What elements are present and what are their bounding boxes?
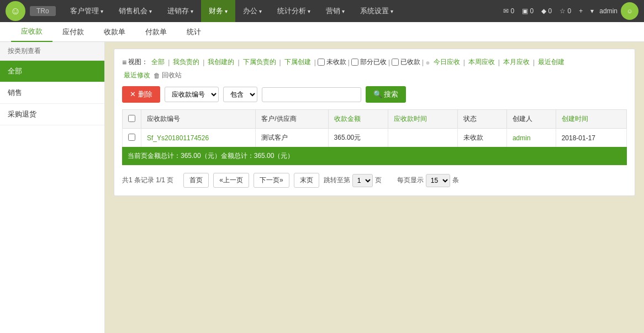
last-page-button[interactable]: 末页 xyxy=(294,173,319,188)
table-row: Sf_Ys201801174526 测试客户 365.00元 未收款 xyxy=(123,129,627,147)
row-id[interactable]: Sf_Ys201801174526 xyxy=(141,129,256,147)
row-customer: 测试客户 xyxy=(256,129,328,147)
tab-payments[interactable]: 付款单 xyxy=(135,22,177,42)
view-link-mine[interactable]: 我负责的 xyxy=(171,57,201,67)
sidebar-item-all[interactable]: 全部 xyxy=(0,61,104,82)
chevron-down-icon[interactable]: ▾ xyxy=(588,6,596,16)
nav-item-finance[interactable]: 财务 ▾ xyxy=(201,0,235,22)
data-table: 应收款编号 客户/供应商 收款金额 应收款时间 状态 xyxy=(122,109,627,147)
tab-statistics[interactable]: 统计 xyxy=(177,22,211,42)
view-link-month[interactable]: 本月应收 xyxy=(502,57,531,67)
table-header-row: 应收款编号 客户/供应商 收款金额 应收款时间 状态 xyxy=(123,110,627,129)
tab-receipts[interactable]: 收款单 xyxy=(94,22,135,42)
per-page-unit: 条 xyxy=(452,176,459,185)
tab-receivables[interactable]: 应收款 xyxy=(11,22,52,42)
col-header-creator: 创建人 xyxy=(506,110,556,129)
view-link-week[interactable]: 本周应收 xyxy=(467,57,497,67)
chevron-down-icon: ▾ xyxy=(149,8,152,14)
mail-icon[interactable]: ✉ 0 xyxy=(501,6,516,16)
sidebar-section-title: 按类别查看 xyxy=(0,42,104,61)
delete-button[interactable]: ✕ 删除 xyxy=(122,86,160,103)
chat-icon[interactable]: ▣ 0 xyxy=(520,6,536,16)
search-button[interactable]: 🔍 搜索 xyxy=(366,86,407,103)
row-checkbox-cell xyxy=(123,129,141,147)
chevron-down-icon: ▾ xyxy=(390,8,393,14)
content-area: ≡ 视图： 全部 | 我负责的 | 我创建的 | 下属负责的 | 下属创建 | … xyxy=(105,42,644,333)
recycle-bin-link[interactable]: 🗑 回收站 xyxy=(154,71,182,80)
filter-field-select[interactable]: 应收款编号 xyxy=(165,87,219,102)
select-all-checkbox[interactable] xyxy=(128,115,135,122)
col-header-status: 状态 xyxy=(458,110,507,129)
view-link-last-modified[interactable]: 最近修改 xyxy=(122,70,152,81)
sidebar-item-purchase-return[interactable]: 采购退货 xyxy=(0,104,104,125)
chevron-down-icon: ▾ xyxy=(191,8,193,14)
view-link-sub-responsible[interactable]: 下属负责的 xyxy=(241,57,278,67)
col-header-amount[interactable]: 收款金额 xyxy=(328,110,388,129)
jump-to: 跳转至第 1 页 xyxy=(324,174,382,187)
chevron-down-icon: ▾ xyxy=(308,8,310,14)
nav-item-inventory[interactable]: 进销存 ▾ xyxy=(160,0,201,22)
first-page-button[interactable]: 首页 xyxy=(183,173,209,188)
row-creator[interactable]: admin xyxy=(506,129,556,147)
col-header-due-date[interactable]: 应收款时间 xyxy=(388,110,458,129)
view-link-sub-created[interactable]: 下属创建 xyxy=(283,57,313,67)
summary-row: 当前页金额总计：365.00（元）金额总计：365.00（元） xyxy=(122,147,627,165)
diamond-icon[interactable]: ◆ 0 xyxy=(539,6,554,16)
nav-item-settings[interactable]: 系统设置 ▾ xyxy=(352,0,401,22)
second-row: 最近修改 🗑 回收站 xyxy=(122,70,627,81)
content-box: ≡ 视图： 全部 | 我负责的 | 我创建的 | 下属负责的 | 下属创建 | … xyxy=(114,49,635,196)
filter-condition-select[interactable]: 包含 xyxy=(223,87,257,102)
sidebar: 按类别查看 全部 销售 采购退货 xyxy=(0,42,105,333)
star-icon[interactable]: ☆ 0 xyxy=(557,6,573,16)
view-bar: ≡ 视图： 全部 | 我负责的 | 我创建的 | 下属负责的 | 下属创建 | … xyxy=(122,57,627,81)
chevron-down-icon: ▾ xyxy=(225,8,228,14)
nav-item-office[interactable]: 办公 ▾ xyxy=(235,0,270,22)
right-icons: ✉ 0 ▣ 0 ◆ 0 ☆ 0 + ▾ admin ☺ xyxy=(501,2,638,20)
view-icon: ≡ xyxy=(122,58,126,67)
jump-unit: 页 xyxy=(375,176,382,185)
view-link-recent-created[interactable]: 最近创建 xyxy=(536,57,566,67)
pagination-info: 共1 条记录 1/1 页 xyxy=(122,176,173,185)
row-created-at: 2018-01-17 xyxy=(556,129,626,147)
username-label: admin xyxy=(599,7,617,15)
view-link-created[interactable]: 我创建的 xyxy=(206,57,236,67)
checkbox-collected[interactable]: 已收款 xyxy=(392,57,420,67)
pagination: 共1 条记录 1/1 页 首页 «上一页 下一页» 末页 跳转至第 1 页 每页… xyxy=(122,173,627,188)
checkbox-uncollected[interactable]: 未收款 xyxy=(318,57,346,67)
search-input[interactable] xyxy=(262,87,361,102)
nav-item-stats[interactable]: 统计分析 ▾ xyxy=(270,0,318,22)
prev-page-button[interactable]: «上一页 xyxy=(213,173,249,188)
per-page: 每页显示 15 条 xyxy=(397,174,459,187)
view-link-today[interactable]: 今日应收 xyxy=(432,57,462,67)
per-page-select[interactable]: 15 xyxy=(426,174,450,187)
row-checkbox[interactable] xyxy=(128,134,135,141)
main-layout: 按类别查看 全部 销售 采购退货 ≡ 视图： 全部 | 我负责的 | 我创建的 … xyxy=(0,42,644,333)
chevron-down-icon: ▾ xyxy=(342,8,345,14)
sidebar-item-sales[interactable]: 销售 xyxy=(0,82,104,104)
toolbar: ✕ 删除 应收款编号 包含 🔍 搜索 xyxy=(122,86,627,103)
view-link-all[interactable]: 全部 xyxy=(150,57,166,67)
nav-item-sales[interactable]: 销售机会 ▾ xyxy=(111,0,160,22)
col-header-id: 应收款编号 xyxy=(141,110,256,129)
app-name: TRo xyxy=(30,6,56,16)
nav-item-marketing[interactable]: 营销 ▾ xyxy=(318,0,352,22)
plus-icon[interactable]: + xyxy=(577,6,585,16)
trash-icon: 🗑 xyxy=(154,72,160,80)
nav-item-customers[interactable]: 客户管理 ▾ xyxy=(62,0,111,22)
logo-icon: ☺ xyxy=(6,1,25,21)
sub-nav: 应收款 应付款 收款单 付款单 统计 xyxy=(0,22,644,42)
row-status: 未收款 xyxy=(458,129,507,147)
jump-page-select[interactable]: 1 xyxy=(352,174,373,187)
col-header-created-at[interactable]: 创建时间 xyxy=(556,110,626,129)
checkbox-partial[interactable]: 部分已收 xyxy=(351,57,387,67)
row-amount: 365.00元 xyxy=(328,129,388,147)
next-page-button[interactable]: 下一页» xyxy=(254,173,289,188)
row-due-date xyxy=(388,129,458,147)
top-nav: ☺ TRo 客户管理 ▾ 销售机会 ▾ 进销存 ▾ 财务 ▾ 办公 ▾ 统计分析… xyxy=(0,0,644,22)
nav-items: 客户管理 ▾ 销售机会 ▾ 进销存 ▾ 财务 ▾ 办公 ▾ 统计分析 ▾ 营销 … xyxy=(62,0,502,22)
col-header-customer: 客户/供应商 xyxy=(256,110,328,129)
chevron-down-icon: ▾ xyxy=(259,8,262,14)
avatar[interactable]: ☺ xyxy=(621,2,638,20)
header-checkbox-cell xyxy=(123,110,141,129)
tab-payables[interactable]: 应付款 xyxy=(52,22,94,42)
